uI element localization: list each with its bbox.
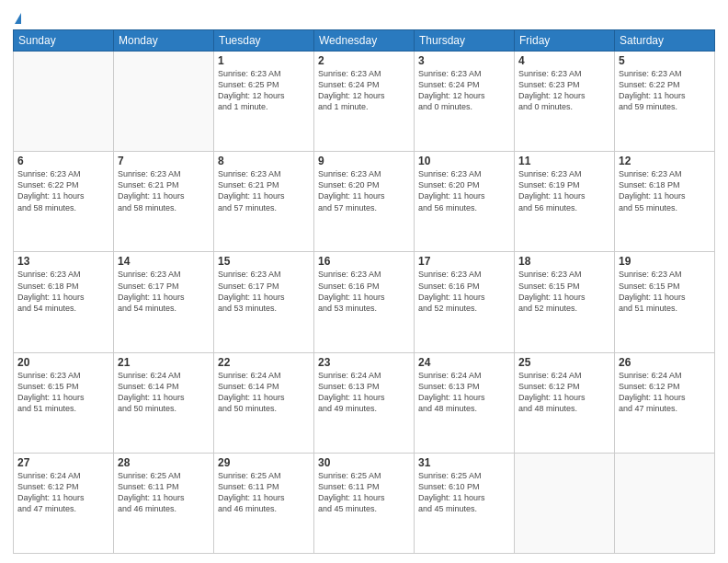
day-number: 21 xyxy=(118,356,210,369)
calendar-cell: 30Sunrise: 6:25 AM Sunset: 6:11 PM Dayli… xyxy=(314,453,415,553)
cell-content: Sunrise: 6:25 AM Sunset: 6:11 PM Dayligh… xyxy=(318,470,410,515)
day-number: 11 xyxy=(518,155,610,167)
day-number: 30 xyxy=(318,456,410,469)
cell-content: Sunrise: 6:24 AM Sunset: 6:13 PM Dayligh… xyxy=(418,370,510,415)
calendar-cell: 1Sunrise: 6:23 AM Sunset: 6:25 PM Daylig… xyxy=(214,52,314,152)
cell-content: Sunrise: 6:23 AM Sunset: 6:16 PM Dayligh… xyxy=(418,269,510,314)
day-number: 16 xyxy=(318,255,410,268)
calendar-cell: 6Sunrise: 6:23 AM Sunset: 6:22 PM Daylig… xyxy=(14,152,114,252)
day-number: 29 xyxy=(218,456,310,469)
calendar-cell xyxy=(114,52,214,152)
calendar-cell: 11Sunrise: 6:23 AM Sunset: 6:19 PM Dayli… xyxy=(515,152,615,252)
day-number: 1 xyxy=(218,54,310,67)
calendar-cell xyxy=(615,453,715,553)
cell-content: Sunrise: 6:23 AM Sunset: 6:25 PM Dayligh… xyxy=(218,68,310,113)
cell-content: Sunrise: 6:23 AM Sunset: 6:24 PM Dayligh… xyxy=(418,68,510,113)
calendar-week-row: 6Sunrise: 6:23 AM Sunset: 6:22 PM Daylig… xyxy=(14,152,715,252)
calendar-day-header: Friday xyxy=(515,30,615,52)
calendar-day-header: Saturday xyxy=(615,30,715,52)
day-number: 5 xyxy=(619,54,711,67)
cell-content: Sunrise: 6:23 AM Sunset: 6:21 PM Dayligh… xyxy=(218,168,310,213)
cell-content: Sunrise: 6:23 AM Sunset: 6:24 PM Dayligh… xyxy=(318,68,410,113)
day-number: 7 xyxy=(118,155,210,167)
day-number: 9 xyxy=(318,155,410,167)
cell-content: Sunrise: 6:23 AM Sunset: 6:20 PM Dayligh… xyxy=(418,168,510,213)
day-number: 19 xyxy=(619,255,711,268)
cell-content: Sunrise: 6:23 AM Sunset: 6:21 PM Dayligh… xyxy=(118,168,210,213)
cell-content: Sunrise: 6:24 AM Sunset: 6:12 PM Dayligh… xyxy=(518,370,610,415)
day-number: 22 xyxy=(218,356,310,369)
day-number: 28 xyxy=(118,456,210,469)
cell-content: Sunrise: 6:23 AM Sunset: 6:23 PM Dayligh… xyxy=(518,68,610,113)
calendar-cell: 9Sunrise: 6:23 AM Sunset: 6:20 PM Daylig… xyxy=(314,152,415,252)
cell-content: Sunrise: 6:25 AM Sunset: 6:11 PM Dayligh… xyxy=(218,470,310,515)
calendar-day-header: Sunday xyxy=(14,30,114,52)
day-number: 10 xyxy=(418,155,510,167)
day-number: 3 xyxy=(418,54,510,67)
calendar-cell: 20Sunrise: 6:23 AM Sunset: 6:15 PM Dayli… xyxy=(14,352,114,453)
calendar-table: SundayMondayTuesdayWednesdayThursdayFrid… xyxy=(13,29,715,554)
calendar-cell: 25Sunrise: 6:24 AM Sunset: 6:12 PM Dayli… xyxy=(515,352,615,453)
day-number: 31 xyxy=(418,456,510,469)
calendar-week-row: 13Sunrise: 6:23 AM Sunset: 6:18 PM Dayli… xyxy=(14,252,715,352)
day-number: 20 xyxy=(17,356,109,369)
calendar-cell: 18Sunrise: 6:23 AM Sunset: 6:15 PM Dayli… xyxy=(515,252,615,352)
day-number: 13 xyxy=(17,255,109,268)
day-number: 27 xyxy=(17,456,109,469)
calendar-cell: 22Sunrise: 6:24 AM Sunset: 6:14 PM Dayli… xyxy=(214,352,314,453)
calendar-cell: 28Sunrise: 6:25 AM Sunset: 6:11 PM Dayli… xyxy=(114,453,214,553)
cell-content: Sunrise: 6:23 AM Sunset: 6:15 PM Dayligh… xyxy=(17,370,109,415)
calendar-cell: 31Sunrise: 6:25 AM Sunset: 6:10 PM Dayli… xyxy=(415,453,515,553)
calendar-week-row: 1Sunrise: 6:23 AM Sunset: 6:25 PM Daylig… xyxy=(14,52,715,152)
cell-content: Sunrise: 6:23 AM Sunset: 6:18 PM Dayligh… xyxy=(619,168,711,213)
calendar-cell: 26Sunrise: 6:24 AM Sunset: 6:12 PM Dayli… xyxy=(615,352,715,453)
calendar-cell xyxy=(515,453,615,553)
calendar-cell: 12Sunrise: 6:23 AM Sunset: 6:18 PM Dayli… xyxy=(615,152,715,252)
day-number: 15 xyxy=(218,255,310,268)
calendar-cell: 7Sunrise: 6:23 AM Sunset: 6:21 PM Daylig… xyxy=(114,152,214,252)
day-number: 12 xyxy=(619,155,711,167)
page: SundayMondayTuesdayWednesdayThursdayFrid… xyxy=(0,0,728,563)
calendar-cell: 29Sunrise: 6:25 AM Sunset: 6:11 PM Dayli… xyxy=(214,453,314,553)
calendar-cell: 19Sunrise: 6:23 AM Sunset: 6:15 PM Dayli… xyxy=(615,252,715,352)
calendar-day-header: Tuesday xyxy=(214,30,314,52)
calendar-cell: 21Sunrise: 6:24 AM Sunset: 6:14 PM Dayli… xyxy=(114,352,214,453)
calendar-cell: 27Sunrise: 6:24 AM Sunset: 6:12 PM Dayli… xyxy=(14,453,114,553)
calendar-week-row: 20Sunrise: 6:23 AM Sunset: 6:15 PM Dayli… xyxy=(14,352,715,453)
calendar-cell: 3Sunrise: 6:23 AM Sunset: 6:24 PM Daylig… xyxy=(415,52,515,152)
cell-content: Sunrise: 6:23 AM Sunset: 6:17 PM Dayligh… xyxy=(118,269,210,314)
calendar-cell: 23Sunrise: 6:24 AM Sunset: 6:13 PM Dayli… xyxy=(314,352,415,453)
cell-content: Sunrise: 6:23 AM Sunset: 6:15 PM Dayligh… xyxy=(518,269,610,314)
calendar-cell: 13Sunrise: 6:23 AM Sunset: 6:18 PM Dayli… xyxy=(14,252,114,352)
logo-triangle-icon xyxy=(15,13,21,24)
day-number: 24 xyxy=(418,356,510,369)
calendar-cell: 5Sunrise: 6:23 AM Sunset: 6:22 PM Daylig… xyxy=(615,52,715,152)
calendar-cell: 15Sunrise: 6:23 AM Sunset: 6:17 PM Dayli… xyxy=(214,252,314,352)
calendar-cell: 10Sunrise: 6:23 AM Sunset: 6:20 PM Dayli… xyxy=(415,152,515,252)
day-number: 4 xyxy=(518,54,610,67)
calendar-day-header: Wednesday xyxy=(314,30,415,52)
day-number: 6 xyxy=(17,155,109,167)
logo xyxy=(13,9,21,24)
calendar-cell: 24Sunrise: 6:24 AM Sunset: 6:13 PM Dayli… xyxy=(415,352,515,453)
cell-content: Sunrise: 6:23 AM Sunset: 6:22 PM Dayligh… xyxy=(17,168,109,213)
calendar-day-header: Monday xyxy=(114,30,214,52)
cell-content: Sunrise: 6:23 AM Sunset: 6:17 PM Dayligh… xyxy=(218,269,310,314)
calendar-cell: 2Sunrise: 6:23 AM Sunset: 6:24 PM Daylig… xyxy=(314,52,415,152)
calendar-cell: 4Sunrise: 6:23 AM Sunset: 6:23 PM Daylig… xyxy=(515,52,615,152)
cell-content: Sunrise: 6:23 AM Sunset: 6:19 PM Dayligh… xyxy=(518,168,610,213)
cell-content: Sunrise: 6:25 AM Sunset: 6:11 PM Dayligh… xyxy=(118,470,210,515)
calendar-cell xyxy=(14,52,114,152)
day-number: 26 xyxy=(619,356,711,369)
cell-content: Sunrise: 6:25 AM Sunset: 6:10 PM Dayligh… xyxy=(418,470,510,515)
day-number: 25 xyxy=(518,356,610,369)
day-number: 2 xyxy=(318,54,410,67)
day-number: 23 xyxy=(318,356,410,369)
header xyxy=(13,9,715,24)
calendar-cell: 14Sunrise: 6:23 AM Sunset: 6:17 PM Dayli… xyxy=(114,252,214,352)
calendar-header-row: SundayMondayTuesdayWednesdayThursdayFrid… xyxy=(14,30,715,52)
calendar-cell: 16Sunrise: 6:23 AM Sunset: 6:16 PM Dayli… xyxy=(314,252,415,352)
cell-content: Sunrise: 6:24 AM Sunset: 6:14 PM Dayligh… xyxy=(218,370,310,415)
calendar-week-row: 27Sunrise: 6:24 AM Sunset: 6:12 PM Dayli… xyxy=(14,453,715,553)
cell-content: Sunrise: 6:24 AM Sunset: 6:12 PM Dayligh… xyxy=(619,370,711,415)
